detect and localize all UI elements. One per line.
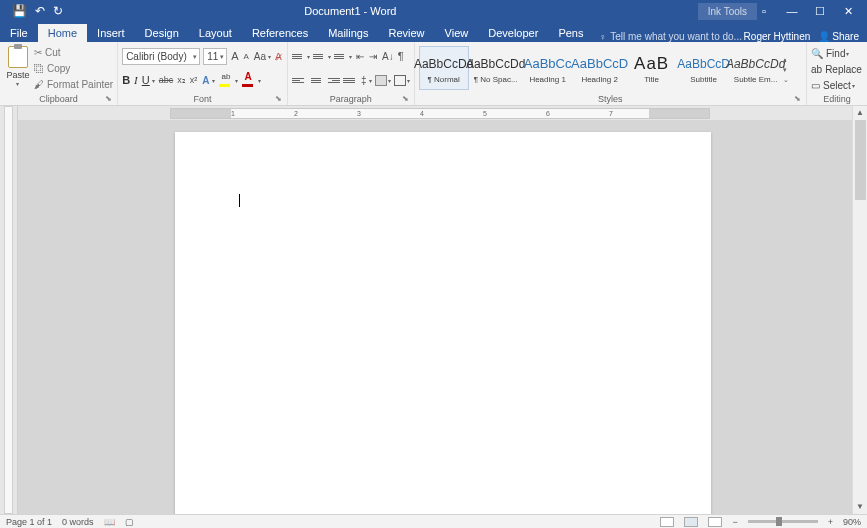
strikethrough-button[interactable]: abc	[159, 75, 174, 85]
tab-pens[interactable]: Pens	[548, 24, 593, 42]
read-mode-button[interactable]	[660, 517, 674, 527]
horizontal-ruler[interactable]: 1234567	[18, 106, 867, 120]
page-1[interactable]	[175, 132, 711, 514]
tab-home[interactable]: Home	[38, 24, 87, 42]
borders-button[interactable]	[394, 75, 406, 86]
minimize-icon[interactable]: —	[785, 5, 799, 18]
share-button[interactable]: 👤 Share	[818, 31, 859, 42]
change-case-button[interactable]: Aa	[253, 51, 267, 62]
tab-review[interactable]: Review	[379, 24, 435, 42]
ribbon-display-options-icon[interactable]: ▫	[757, 5, 771, 18]
font-size-combo[interactable]: 11	[203, 48, 227, 65]
web-layout-button[interactable]	[708, 517, 722, 527]
save-icon[interactable]: 💾	[12, 4, 27, 18]
zoom-slider-handle[interactable]	[776, 517, 782, 526]
clipboard-dialog-launcher-icon[interactable]: ⬊	[105, 93, 112, 105]
style-heading-1[interactable]: AaBbCcHeading 1	[523, 46, 573, 90]
shading-button[interactable]	[375, 75, 387, 86]
underline-button[interactable]: U	[142, 74, 150, 86]
highlight-button[interactable]	[219, 74, 233, 87]
tab-layout[interactable]: Layout	[189, 24, 242, 42]
justify-button[interactable]	[343, 74, 357, 87]
scroll-up-icon[interactable]: ▲	[853, 106, 867, 120]
font-dialog-launcher-icon[interactable]: ⬊	[275, 93, 282, 105]
document-viewport[interactable]	[18, 120, 867, 514]
superscript-button[interactable]: x²	[190, 75, 198, 85]
zoom-slider[interactable]	[748, 520, 818, 523]
line-spacing-button[interactable]: ‡	[360, 75, 368, 86]
select-button[interactable]: ▭Select▾	[811, 78, 863, 93]
ruler-left-margin[interactable]	[171, 109, 231, 118]
zoom-in-button[interactable]: +	[828, 517, 833, 527]
tab-developer[interactable]: Developer	[478, 24, 548, 42]
format-painter-button[interactable]: 🖌Format Painter	[34, 77, 113, 92]
paragraph-dialog-launcher-icon[interactable]: ⬊	[402, 93, 409, 105]
subscript-button[interactable]: x₂	[177, 75, 186, 85]
page-count[interactable]: Page 1 of 1	[6, 517, 52, 527]
ink-tools-contextual-tab[interactable]: Ink Tools	[698, 3, 757, 20]
align-center-button[interactable]	[309, 74, 323, 87]
copy-button[interactable]: ⿻Copy	[34, 61, 113, 76]
shrink-font-button[interactable]: A	[242, 52, 249, 61]
styles-gallery-expand[interactable]: ▴▾⌄	[783, 46, 795, 84]
cut-button[interactable]: ✂Cut	[34, 45, 113, 60]
macro-record-icon[interactable]: ▢	[125, 517, 134, 527]
style-heading-2[interactable]: AaBbCcDHeading 2	[575, 46, 625, 90]
maximize-icon[interactable]: ☐	[813, 5, 827, 18]
paste-button[interactable]: Paste ▾	[4, 44, 32, 93]
style-name-label: Subtitle	[690, 75, 717, 84]
print-layout-button[interactable]	[684, 517, 698, 527]
style--no-spac-[interactable]: AaBbCcDd¶ No Spac...	[471, 46, 521, 90]
grow-font-button[interactable]: A	[230, 50, 239, 62]
undo-icon[interactable]: ↶	[35, 4, 45, 18]
tab-view[interactable]: View	[435, 24, 479, 42]
tab-references[interactable]: References	[242, 24, 318, 42]
tab-file[interactable]: File	[0, 24, 38, 42]
numbering-button[interactable]	[313, 50, 327, 63]
decrease-indent-button[interactable]: ⇤	[355, 51, 365, 62]
close-icon[interactable]: ✕	[841, 5, 855, 18]
style-subtle-em-[interactable]: AaBbCcDdSubtle Em...	[731, 46, 781, 90]
select-label: Select	[823, 80, 851, 91]
text-effects-button[interactable]: A	[201, 75, 210, 86]
chevron-down-icon: ▾	[212, 77, 215, 84]
sort-button[interactable]: A↓	[381, 51, 395, 62]
vertical-ruler[interactable]	[0, 106, 18, 514]
show-hide-marks-button[interactable]: ¶	[398, 50, 404, 62]
italic-button[interactable]: I	[134, 74, 138, 86]
style-subtitle[interactable]: AaBbCcDSubtitle	[679, 46, 729, 90]
chevron-down-icon: ▾	[152, 77, 155, 84]
tab-mailings[interactable]: Mailings	[318, 24, 378, 42]
increase-indent-button[interactable]: ⇥	[368, 51, 378, 62]
style-title[interactable]: AaBTitle	[627, 46, 677, 90]
bold-button[interactable]: B	[122, 74, 130, 86]
scrollbar-thumb[interactable]	[855, 120, 866, 200]
style--normal[interactable]: AaBbCcDd¶ Normal	[419, 46, 469, 90]
bullets-button[interactable]	[292, 50, 306, 63]
zoom-level[interactable]: 90%	[843, 517, 861, 527]
paintbrush-icon: 🖌	[34, 79, 44, 90]
account-name[interactable]: Roger Hyttinen	[744, 31, 811, 42]
word-count[interactable]: 0 words	[62, 517, 94, 527]
clear-formatting-button[interactable]: A̷	[274, 51, 283, 62]
replace-button[interactable]: abReplace	[811, 62, 863, 77]
redo-icon[interactable]: ↻	[53, 4, 63, 18]
align-right-button[interactable]	[326, 74, 340, 87]
styles-dialog-launcher-icon[interactable]: ⬊	[794, 93, 801, 105]
font-color-button[interactable]	[242, 74, 256, 87]
font-name-combo[interactable]: Calibri (Body)	[122, 48, 200, 65]
scroll-down-icon[interactable]: ▼	[853, 500, 867, 514]
vertical-scrollbar[interactable]: ▲ ▼	[852, 106, 867, 514]
tab-design[interactable]: Design	[135, 24, 189, 42]
zoom-out-button[interactable]: −	[732, 517, 737, 527]
ruler-right-margin[interactable]	[649, 109, 709, 118]
tell-me-search[interactable]: ♀ Tell me what you want to do...	[593, 31, 743, 42]
align-left-button[interactable]	[292, 74, 306, 87]
find-button[interactable]: 🔍Find▾	[811, 46, 863, 61]
multilevel-list-button[interactable]	[334, 50, 348, 63]
tab-insert[interactable]: Insert	[87, 24, 135, 42]
ruler-tick: 2	[294, 110, 298, 117]
group-paragraph: ▾ ▾ ▾ ⇤ ⇥ A↓ ¶ ‡▾ ▾ ▾ Paragraph⬊	[288, 42, 415, 105]
font-group-label: Font	[194, 94, 212, 104]
spellcheck-icon[interactable]: 📖	[104, 517, 115, 527]
